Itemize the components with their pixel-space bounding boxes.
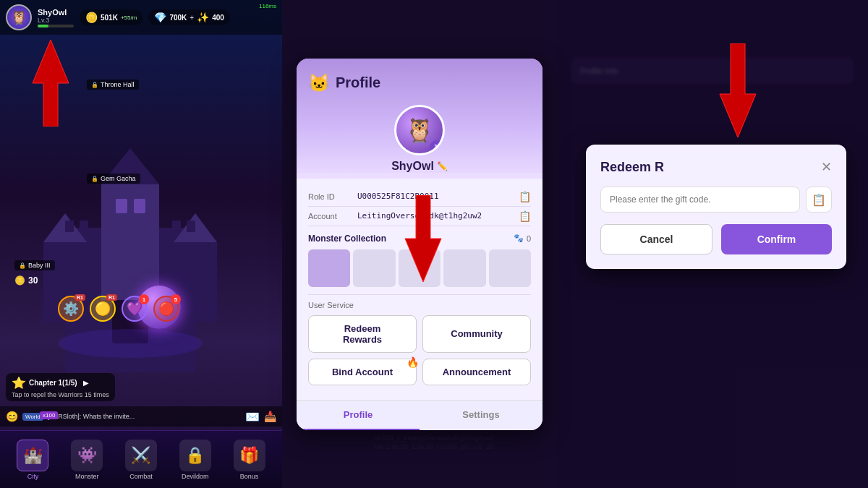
player-info: ShyOwl Lv.3 [38,8,74,27]
nav-bonus[interactable]: 🎁 Bonus [222,440,276,480]
account-value: LeitingOverseaSdk@t1hg2uw2 [357,211,513,221]
redeem-close-button[interactable]: ✕ [821,159,832,175]
svg-point-14 [58,329,203,358]
tab-profile[interactable]: Profile [297,401,420,430]
mail-icon[interactable]: ✉️ [245,411,260,423]
badge-r1-2: 🟡 R1 [90,296,116,322]
nav-city[interactable]: 🏰 City [6,440,60,480]
svg-rect-11 [80,221,88,232]
baby-ill-label[interactable]: Baby III [14,260,55,270]
monster-slot-2 [353,249,395,287]
gift-code-input[interactable] [600,187,800,213]
bonus-icon: 🎁 [234,440,265,471]
service-buttons-grid: Redeem Rewards Community Bind Account 🔥 … [308,315,531,385]
badge-r1-1: ⚙️ R1 [58,296,84,322]
user-service-label: User Service [308,301,531,309]
profile-modal-overlay: 🐱 Profile 🦉 ↻ ShyOwl ✏️ Role ID U000525F… [282,0,557,488]
monster-icon: 👾 [71,440,103,471]
svg-rect-1 [101,184,159,300]
profile-header: 🐱 Profile 🦉 ↻ ShyOwl ✏️ [297,59,542,173]
profile-tab-bar: Profile Settings [297,400,542,430]
gem-value: 700K [169,14,187,22]
monster-slot-1 [308,249,350,287]
combat-icon: ⚔️ [125,440,157,471]
bind-account-button[interactable]: Bind Account 🔥 [308,359,417,385]
game-panel: 🦉 ShyOwl Lv.3 🪙 501K +55/m 💎 700K + ✨ 40… [0,0,282,488]
bottom-nav: 🏰 City 👾 Monster ⚔️ Combat 🔒 Devildom 🎁 … [0,430,282,488]
monster-section-title: Monster Collection [308,234,386,244]
profile-title-bar: 🐱 Profile [308,73,531,93]
gem-icon: 💎 [154,12,166,23]
coins-display: 🪙 30 [14,275,38,286]
currency-group-gems: 💎 700K + ✨ 400 [148,9,229,25]
tab-settings[interactable]: Settings [420,401,542,430]
redeem-title: Redeem R [600,160,664,175]
badge-r1-4: 🔴 5 [153,296,179,322]
svg-rect-8 [134,199,145,213]
monster-paw-icon: 🐾 [514,234,524,243]
currency-group-coins: 🪙 501K +55/m [80,9,142,25]
svg-rect-13 [187,221,195,232]
profile-avatar[interactable]: 🦉 ↻ [394,105,445,155]
coin-rate: +55/m [121,14,137,21]
player-level: Lv.3 [38,17,74,24]
player-name: ShyOwl [38,8,74,17]
monster-count: 🐾 0 [514,234,531,243]
svg-marker-15 [33,40,69,127]
monster-slot-3 [399,249,441,287]
paste-button[interactable]: 📋 [806,187,832,213]
role-id-row: Role ID U000525F81C2B0011 📋 [308,187,531,207]
right-panel: Profile Info Redeem R ✕ 📋 Cancel Confirm [557,0,868,488]
xp-fill [38,25,48,27]
svg-rect-7 [116,199,127,213]
inbox-icon[interactable]: 📥 [264,411,276,422]
announcement-button[interactable]: Announcement [422,359,531,385]
gem-gacha-label[interactable]: Gem Gacha [87,174,140,184]
chapter-star-icon: ⭐ [12,376,26,390]
nav-monster[interactable]: 👾 Monster [60,440,114,480]
username-edit-icon[interactable]: ✏️ [437,161,448,171]
arrow-up-indicator [22,40,80,127]
multiplier-badge: x100 [40,411,58,419]
profile-cat-icon: 🐱 [308,73,330,93]
redeem-actions: Cancel Confirm [600,224,832,254]
username-row: ShyOwl ✏️ [391,160,448,173]
chat-smiley-icon: 😊 [6,411,18,422]
nav-combat[interactable]: ⚔️ Combat [114,440,169,480]
redeem-modal: Redeem R ✕ 📋 Cancel Confirm [586,145,846,269]
throne-hall-label[interactable]: Throne Hall [87,80,139,90]
coin-icon: 🪙 [85,12,98,23]
nav-devildom[interactable]: 🔒 Devildom [168,440,222,480]
chapter-info[interactable]: ⭐ Chapter 1(1/5) ▶ Tap to repel the Warr… [6,373,115,401]
avatar-container: 🦉 ↻ ShyOwl ✏️ [308,105,531,173]
chapter-arrow: ▶ [83,379,89,387]
profile-title: Profile [336,74,380,91]
crystal-value: 400 [212,14,224,22]
monster-section: Monster Collection 🐾 0 [308,234,531,287]
cancel-button[interactable]: Cancel [600,224,712,254]
redeem-header: Redeem R ✕ [600,159,832,175]
svg-rect-12 [172,221,181,232]
role-id-value: U000525F81C2B0011 [357,192,513,201]
svg-rect-10 [65,221,74,232]
plus-sign: + [190,14,194,22]
monster-slot-4 [443,249,485,287]
player-avatar[interactable]: 🦉 [6,4,32,30]
role-id-copy-icon[interactable]: 📋 [519,191,531,202]
confirm-button[interactable]: Confirm [721,224,832,254]
badge-area: ⚙️ R1 🟡 R1 💜 1 🔴 5 [58,296,179,322]
badge-r1-3: 💜 1 [122,296,148,322]
username-display: ShyOwl [391,160,434,173]
user-service: User Service Redeem Rewards Community Bi… [308,294,531,385]
monster-slot-5 [489,249,531,287]
bind-badge-icon: 🔥 [407,356,419,368]
coin-value: 501K [101,14,118,22]
mail-container: ✉️ [245,410,260,424]
avatar-refresh-icon[interactable]: ↻ [430,140,444,155]
ping-display: 116ms [259,3,276,9]
redeem-rewards-button[interactable]: Redeem Rewards [308,315,417,353]
community-button[interactable]: Community [422,315,531,353]
profile-panel: 🐱 Profile 🦉 ↻ ShyOwl ✏️ Role ID U000525F… [297,59,542,430]
account-copy-icon[interactable]: 📋 [519,210,531,222]
coin-icon-2: 🪙 [14,275,25,286]
